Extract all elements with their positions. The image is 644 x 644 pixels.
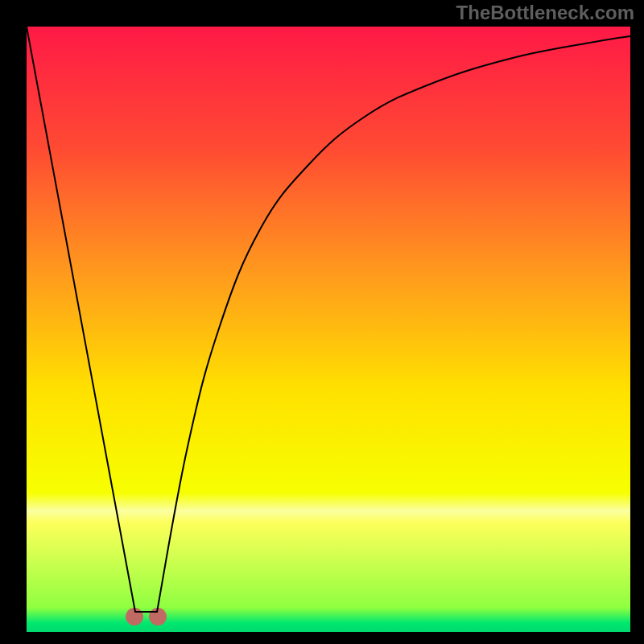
plot-area <box>27 27 630 632</box>
watermark-label: TheBottleneck.com <box>456 2 634 24</box>
chart-svg <box>27 27 630 632</box>
chart-frame: TheBottleneck.com <box>0 0 644 644</box>
gradient-background <box>27 27 630 632</box>
